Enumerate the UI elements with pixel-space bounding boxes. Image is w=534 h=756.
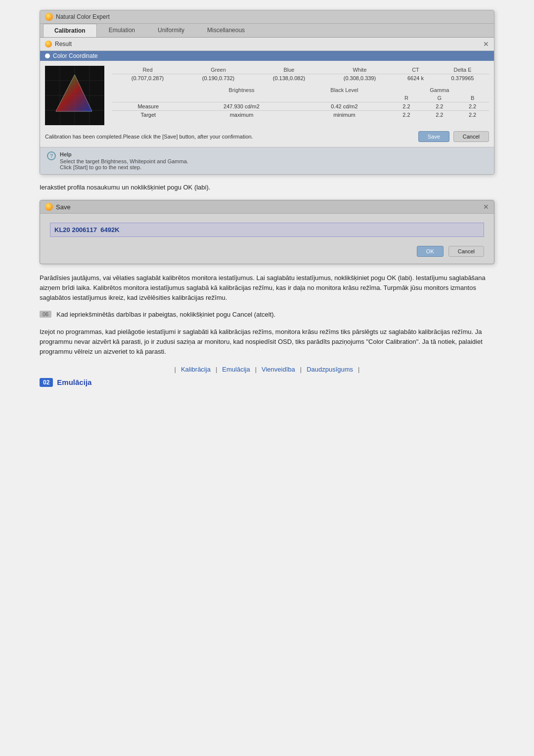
result-bar-left: Result (45, 41, 72, 47)
result-icon (45, 41, 52, 47)
gamma-col-label (112, 86, 184, 94)
nav-sep-1: | (216, 366, 217, 373)
target-label: Target (112, 111, 184, 119)
step-text: Kad iepriekšminētās darbības ir pabeigta… (56, 310, 275, 320)
col-deltae: Delta E (436, 66, 489, 74)
main-content: Red Green Blue White CT Delta E (0.707,0… (40, 61, 494, 147)
col-red: Red (112, 66, 183, 74)
measure-label: Measure (112, 102, 184, 111)
measure-r: 2.2 (390, 102, 423, 111)
table-row: (0.707,0.287) (0.190,0.732) (0.138,0.082… (112, 74, 489, 83)
measure-black: 0.42 cd/m2 (299, 102, 390, 111)
color-coord-dot (45, 53, 50, 58)
gamma-col-b: B (456, 94, 489, 102)
measure-row: Measure 247.930 cd/m2 0.42 cd/m2 2.2 2.2… (112, 102, 489, 111)
nav-links: | Kalibrācija | Emulācija | Vienveidība … (40, 366, 494, 373)
help-bar: ? Help Select the target Brightness, Whi… (40, 147, 494, 174)
help-text: Select the target Brightness, Whitepoint… (60, 158, 188, 170)
gamma-col-black: Black Level (299, 86, 390, 94)
nav-link-emulacija[interactable]: Emulācija (219, 366, 253, 373)
help-content: Help Select the target Brightness, White… (60, 151, 188, 170)
cancel-button[interactable]: Cancel (453, 131, 489, 142)
save-buttons: OK Cancel (50, 246, 484, 257)
tab-miscellaneous[interactable]: Miscellaneous (196, 24, 256, 37)
col-green: Green (183, 66, 254, 74)
calib-message: Calibration has been completed.Please cl… (45, 131, 489, 142)
col-blue: Blue (254, 66, 324, 74)
tab-calibration[interactable]: Calibration (43, 24, 97, 37)
paragraph-2: Izejot no programmas, kad pielāgotie ies… (40, 327, 494, 357)
nav-sep-3: | (300, 366, 302, 373)
save-close-button[interactable]: ✕ (483, 203, 489, 211)
gamut-chart (45, 66, 104, 125)
close-button[interactable]: ✕ (483, 40, 489, 48)
save-dialog-title: Save (56, 203, 71, 211)
result-label: Result (55, 41, 72, 47)
color-section: Red Green Blue White CT Delta E (0.707,0… (45, 66, 489, 125)
save-dialog: Save ✕ OK Cancel (40, 200, 494, 264)
save-dialog-body: OK Cancel (40, 214, 494, 264)
target-r: 2.2 (390, 111, 423, 119)
result-bar: Result ✕ (40, 38, 494, 51)
app-title: Natural Color Expert (56, 13, 110, 20)
step-number: 06 (40, 311, 51, 318)
val-red: (0.707,0.287) (112, 74, 183, 83)
app-titlebar: Natural Color Expert (40, 10, 494, 24)
gamma-col-r: R (390, 94, 423, 102)
color-coordinate-bar: Color Coordinate (40, 51, 494, 61)
color-coordinate-label: Color Coordinate (53, 52, 98, 59)
measure-b: 2.2 (456, 102, 489, 111)
tabs-row: Calibration Emulation Uniformity Miscell… (40, 24, 494, 38)
val-deltae: 0.379965 (436, 74, 489, 83)
help-icon: ? (47, 151, 56, 160)
target-g: 2.2 (423, 111, 456, 119)
section-heading-title: Emulācija (57, 378, 91, 386)
target-black: minimum (299, 111, 390, 119)
gamma-table: Brightness Black Level Gamma R G B (112, 86, 489, 119)
val-white: (0.308,0.339) (324, 74, 395, 83)
app-window: Natural Color Expert Calibration Emulati… (40, 10, 494, 175)
color-table: Red Green Blue White CT Delta E (0.707,0… (112, 66, 489, 82)
save-titlebar: Save ✕ (40, 200, 494, 214)
tab-emulation[interactable]: Emulation (98, 24, 146, 37)
calib-message-text: Calibration has been completed.Please cl… (45, 134, 414, 140)
nav-sep-4: | (358, 366, 359, 373)
gamma-col-g: G (423, 94, 456, 102)
instruction-text: Ierakstiet profila nosaukumu un noklikšķ… (40, 184, 494, 191)
section-heading: 02 Emulācija (40, 378, 494, 387)
save-dialog-icon (45, 203, 53, 211)
save-titlebar-left: Save (45, 203, 71, 211)
gamma-col-brightness: Brightness (184, 86, 299, 94)
save-ok-button[interactable]: OK (417, 246, 444, 257)
measure-brightness: 247.930 cd/m2 (184, 102, 299, 111)
tab-uniformity[interactable]: Uniformity (147, 24, 195, 37)
col-ct: CT (395, 66, 436, 74)
help-title: Help (60, 151, 188, 157)
nav-link-kalibracija[interactable]: Kalibrācija (178, 366, 214, 373)
val-green: (0.190,0.732) (183, 74, 254, 83)
target-row: Target maximum minimum 2.2 2.2 2.2 (112, 111, 489, 119)
color-table-area: Red Green Blue White CT Delta E (0.707,0… (112, 66, 489, 125)
section-num-badge: 02 (40, 378, 53, 387)
paragraph-1: Parādīsies jautājums, vai vēlaties sagla… (40, 273, 494, 303)
gamma-label: Gamma (390, 86, 489, 94)
nav-link-vienveidiba[interactable]: Vienveidība (259, 366, 298, 373)
nav-sep-2: | (255, 366, 257, 373)
app-icon (45, 13, 53, 21)
val-blue: (0.138,0.082) (254, 74, 324, 83)
step-note: 06 Kad iepriekšminētās darbības ir pabei… (40, 310, 494, 320)
measure-g: 2.2 (423, 102, 456, 111)
save-cancel-button[interactable]: Cancel (448, 246, 484, 257)
target-brightness: maximum (184, 111, 299, 119)
save-button[interactable]: Save (418, 131, 449, 142)
nav-link-daudzpusigums[interactable]: Daudzpusīgums (304, 366, 356, 373)
col-white: White (324, 66, 395, 74)
target-b: 2.2 (456, 111, 489, 119)
val-ct: 6624 k (395, 74, 436, 83)
nav-sep-0: | (175, 366, 176, 373)
save-input-field[interactable] (50, 223, 484, 237)
